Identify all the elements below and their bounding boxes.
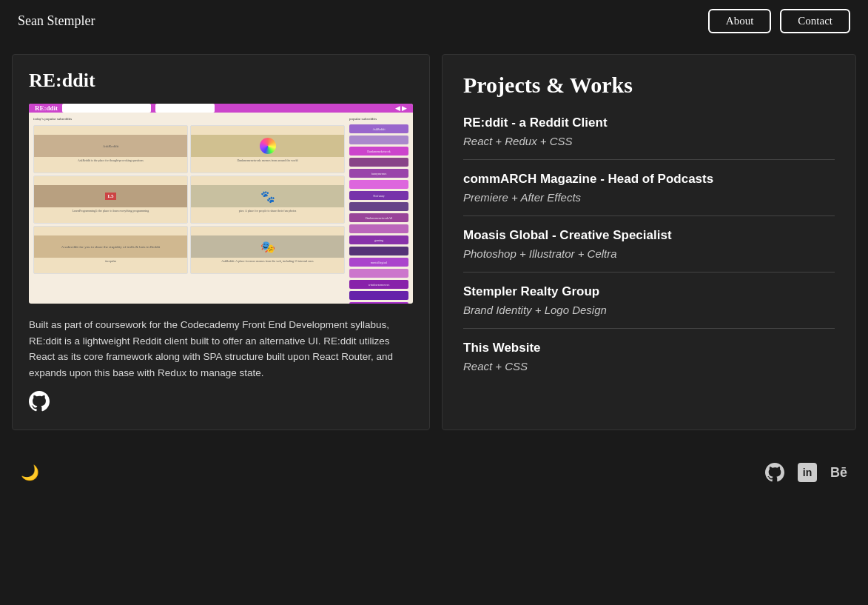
mockup-sidebar-label: popular subreddits [349, 117, 408, 121]
footer-linkedin-icon[interactable]: in [798, 463, 817, 482]
site-logo[interactable]: Sean Stempler [18, 13, 95, 29]
mockup-search2 [155, 104, 215, 113]
project-item-5: This Website React + CSS [463, 341, 835, 384]
mockup-card-5: A subreddit for you to share the stupidi… [33, 226, 188, 274]
mockup-sidebar-item-1: AskReddit [349, 124, 408, 133]
project-item-tech-2: Premiere + After Effects [463, 191, 835, 204]
mockup-body: today's popular subreddits AskReddit Ask… [29, 113, 413, 304]
project-item-title-5[interactable]: This Website [463, 341, 835, 355]
navbar: Sean Stempler About Contact [0, 0, 868, 42]
mockup-sidebar-item-8 [349, 202, 408, 211]
main-content: RE:ddit RE:ddit ◀ ▶ today's popular subr… [0, 42, 868, 442]
mockup-card-2: Dankmemenetwork: memes from around the w… [190, 125, 345, 173]
mockup-main-area: today's popular subreddits AskReddit Ask… [33, 117, 345, 304]
mockup-sidebar-item-13: mentalliegical [349, 258, 408, 267]
project-item-title-1[interactable]: RE:ddit - a Reddit Client [463, 116, 835, 130]
project-item-tech-5: React + CSS [463, 360, 835, 372]
mockup-card-6: 🎭 AskReddit: A place for more memes from… [190, 226, 345, 274]
mockup-card-4: 🐾 pics: A place for people to share thei… [190, 176, 345, 224]
mockup-sidebar-item-12 [349, 247, 408, 255]
mockup-card-text-2: Dankmemenetwork: memes from around the w… [235, 157, 299, 164]
mockup-sidebar-item-7: Notfunny [349, 191, 408, 200]
project-item-tech-4: Brand Identity + Logo Design [463, 304, 835, 316]
footer-right: in Bē [765, 463, 847, 482]
footer-left: 🌙 [21, 464, 39, 481]
footer-github-icon[interactable] [765, 463, 784, 482]
about-button[interactable]: About [708, 9, 772, 33]
project-description: Built as part of coursework for the Code… [29, 317, 413, 381]
mockup-card-text-3: LearnProgramming5: the place to learn ev… [71, 207, 151, 214]
mockup-card-text-6: AskReddit: A place for more memes from t… [220, 258, 314, 264]
mockup-card-text-5: facepalm [104, 258, 118, 264]
project-item-1: RE:ddit - a Reddit Client React + Redux … [463, 116, 835, 160]
project-item-3: Moasis Global - Creative Specialist Phot… [463, 228, 835, 273]
mockup-header: RE:ddit ◀ ▶ [29, 104, 413, 113]
mockup-search-bar [62, 104, 151, 113]
mockup-sidebar-item-10 [349, 224, 408, 233]
mockup-sidebar-item-2 [349, 136, 408, 144]
project-item-tech-1: React + Redux + CSS [463, 135, 835, 147]
project-item-2: commARCH Magazine - Head of Podcasts Pre… [463, 172, 835, 216]
projects-heading: Projects & Works [463, 73, 835, 98]
mockup-sidebar-item-9: DankmemenetworkAll [349, 213, 408, 222]
footer: 🌙 in Bē [0, 448, 868, 497]
mockup-nav-arrows: ◀ ▶ [395, 104, 407, 112]
dark-mode-toggle[interactable]: 🌙 [21, 464, 39, 481]
project-screenshot: RE:ddit ◀ ▶ today's popular subreddits A… [29, 104, 413, 304]
mockup-sidebar-item-5: funnymemes [349, 169, 408, 178]
nav-button-group: About Contact [708, 9, 850, 33]
mockup-sidebar-item-17: leagueoflgends [349, 302, 408, 304]
mockup-sidebar-item-6 [349, 180, 408, 189]
contact-button[interactable]: Contact [780, 9, 850, 33]
project-item-tech-3: Photoshop + Illustrator + Celtra [463, 247, 835, 260]
mockup-section-label: today's popular subreddits [33, 117, 345, 121]
github-link-icon[interactable] [29, 391, 50, 412]
mockup-sidebar-item-16 [349, 291, 408, 300]
left-panel: RE:ddit RE:ddit ◀ ▶ today's popular subr… [12, 54, 430, 430]
project-item-title-2[interactable]: commARCH Magazine - Head of Podcasts [463, 172, 835, 187]
mockup-sidebar: popular subreddits AskReddit Dankmemeket… [349, 117, 408, 304]
right-panel: Projects & Works RE:ddit - a Reddit Clie… [442, 54, 856, 430]
mockup-grid: AskReddit AskReddit is the place for tho… [33, 125, 345, 274]
mockup-sidebar-item-14 [349, 269, 408, 278]
mockup-sidebar-item-4 [349, 158, 408, 167]
mockup-sidebar-item-15: windowsemovees [349, 280, 408, 289]
footer-behance-icon[interactable]: Bē [830, 465, 847, 481]
reddit-mockup: RE:ddit ◀ ▶ today's popular subreddits A… [29, 104, 413, 304]
mockup-card-text-4: pics: A place for people to share their … [238, 207, 298, 214]
mockup-sidebar-item-3: Dankmemeketwork [349, 147, 408, 156]
mockup-sidebar-item-11: gaming [349, 235, 408, 244]
project-title: RE:ddit [29, 70, 413, 92]
mockup-logo: RE:ddit [35, 104, 58, 112]
project-item-title-3[interactable]: Moasis Global - Creative Specialist [463, 228, 835, 243]
mockup-card-3: L5 LearnProgramming5: the place to learn… [33, 176, 188, 224]
mockup-card-text-1: AskReddit is the place for thought-provo… [76, 157, 145, 164]
project-item-4: Stempler Realty Group Brand Identity + L… [463, 284, 835, 329]
mockup-card-1: AskReddit AskReddit is the place for tho… [33, 125, 188, 173]
project-item-title-4[interactable]: Stempler Realty Group [463, 284, 835, 299]
